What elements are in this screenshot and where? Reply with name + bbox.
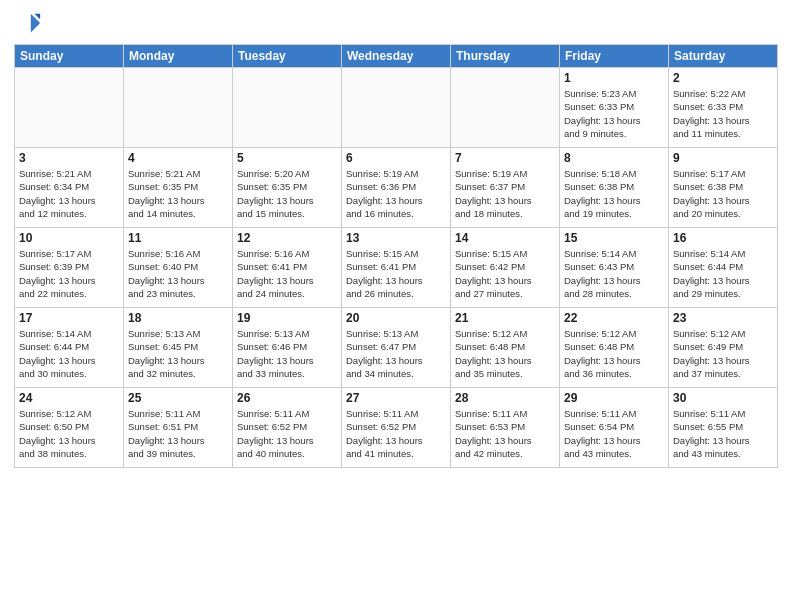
day-number: 19 <box>237 311 337 325</box>
day-number: 24 <box>19 391 119 405</box>
day-info: Sunrise: 5:23 AMSunset: 6:33 PMDaylight:… <box>564 87 664 140</box>
day-cell: 7Sunrise: 5:19 AMSunset: 6:37 PMDaylight… <box>451 148 560 228</box>
weekday-header-saturday: Saturday <box>669 45 778 68</box>
week-row-1: 1Sunrise: 5:23 AMSunset: 6:33 PMDaylight… <box>15 68 778 148</box>
day-cell: 5Sunrise: 5:20 AMSunset: 6:35 PMDaylight… <box>233 148 342 228</box>
day-number: 25 <box>128 391 228 405</box>
day-info: Sunrise: 5:19 AMSunset: 6:36 PMDaylight:… <box>346 167 446 220</box>
day-info: Sunrise: 5:13 AMSunset: 6:47 PMDaylight:… <box>346 327 446 380</box>
day-number: 12 <box>237 231 337 245</box>
day-cell: 15Sunrise: 5:14 AMSunset: 6:43 PMDayligh… <box>560 228 669 308</box>
page: SundayMondayTuesdayWednesdayThursdayFrid… <box>0 0 792 612</box>
day-number: 1 <box>564 71 664 85</box>
day-info: Sunrise: 5:14 AMSunset: 6:43 PMDaylight:… <box>564 247 664 300</box>
weekday-header-tuesday: Tuesday <box>233 45 342 68</box>
day-info: Sunrise: 5:17 AMSunset: 6:38 PMDaylight:… <box>673 167 773 220</box>
day-cell: 22Sunrise: 5:12 AMSunset: 6:48 PMDayligh… <box>560 308 669 388</box>
day-cell: 28Sunrise: 5:11 AMSunset: 6:53 PMDayligh… <box>451 388 560 468</box>
weekday-header-wednesday: Wednesday <box>342 45 451 68</box>
day-cell: 23Sunrise: 5:12 AMSunset: 6:49 PMDayligh… <box>669 308 778 388</box>
day-cell: 21Sunrise: 5:12 AMSunset: 6:48 PMDayligh… <box>451 308 560 388</box>
day-number: 18 <box>128 311 228 325</box>
day-number: 20 <box>346 311 446 325</box>
day-cell: 10Sunrise: 5:17 AMSunset: 6:39 PMDayligh… <box>15 228 124 308</box>
day-number: 9 <box>673 151 773 165</box>
day-cell: 3Sunrise: 5:21 AMSunset: 6:34 PMDaylight… <box>15 148 124 228</box>
day-number: 22 <box>564 311 664 325</box>
day-number: 21 <box>455 311 555 325</box>
day-cell: 9Sunrise: 5:17 AMSunset: 6:38 PMDaylight… <box>669 148 778 228</box>
day-info: Sunrise: 5:15 AMSunset: 6:42 PMDaylight:… <box>455 247 555 300</box>
day-info: Sunrise: 5:11 AMSunset: 6:54 PMDaylight:… <box>564 407 664 460</box>
day-cell: 11Sunrise: 5:16 AMSunset: 6:40 PMDayligh… <box>124 228 233 308</box>
day-info: Sunrise: 5:19 AMSunset: 6:37 PMDaylight:… <box>455 167 555 220</box>
day-cell: 26Sunrise: 5:11 AMSunset: 6:52 PMDayligh… <box>233 388 342 468</box>
day-cell: 12Sunrise: 5:16 AMSunset: 6:41 PMDayligh… <box>233 228 342 308</box>
day-number: 8 <box>564 151 664 165</box>
day-cell <box>342 68 451 148</box>
day-cell: 19Sunrise: 5:13 AMSunset: 6:46 PMDayligh… <box>233 308 342 388</box>
day-cell: 4Sunrise: 5:21 AMSunset: 6:35 PMDaylight… <box>124 148 233 228</box>
day-info: Sunrise: 5:12 AMSunset: 6:49 PMDaylight:… <box>673 327 773 380</box>
calendar-header: SundayMondayTuesdayWednesdayThursdayFrid… <box>15 45 778 68</box>
day-cell: 8Sunrise: 5:18 AMSunset: 6:38 PMDaylight… <box>560 148 669 228</box>
day-info: Sunrise: 5:21 AMSunset: 6:34 PMDaylight:… <box>19 167 119 220</box>
day-info: Sunrise: 5:14 AMSunset: 6:44 PMDaylight:… <box>19 327 119 380</box>
day-cell: 24Sunrise: 5:12 AMSunset: 6:50 PMDayligh… <box>15 388 124 468</box>
week-row-3: 10Sunrise: 5:17 AMSunset: 6:39 PMDayligh… <box>15 228 778 308</box>
day-cell: 6Sunrise: 5:19 AMSunset: 6:36 PMDaylight… <box>342 148 451 228</box>
day-cell: 14Sunrise: 5:15 AMSunset: 6:42 PMDayligh… <box>451 228 560 308</box>
weekday-row: SundayMondayTuesdayWednesdayThursdayFrid… <box>15 45 778 68</box>
day-info: Sunrise: 5:11 AMSunset: 6:53 PMDaylight:… <box>455 407 555 460</box>
logo-icon <box>14 10 42 38</box>
day-cell <box>451 68 560 148</box>
day-number: 14 <box>455 231 555 245</box>
day-number: 4 <box>128 151 228 165</box>
day-info: Sunrise: 5:11 AMSunset: 6:52 PMDaylight:… <box>346 407 446 460</box>
week-row-4: 17Sunrise: 5:14 AMSunset: 6:44 PMDayligh… <box>15 308 778 388</box>
day-number: 10 <box>19 231 119 245</box>
day-number: 29 <box>564 391 664 405</box>
day-number: 26 <box>237 391 337 405</box>
day-info: Sunrise: 5:17 AMSunset: 6:39 PMDaylight:… <box>19 247 119 300</box>
day-number: 7 <box>455 151 555 165</box>
day-info: Sunrise: 5:20 AMSunset: 6:35 PMDaylight:… <box>237 167 337 220</box>
day-info: Sunrise: 5:12 AMSunset: 6:50 PMDaylight:… <box>19 407 119 460</box>
day-info: Sunrise: 5:11 AMSunset: 6:55 PMDaylight:… <box>673 407 773 460</box>
day-cell: 27Sunrise: 5:11 AMSunset: 6:52 PMDayligh… <box>342 388 451 468</box>
day-cell: 20Sunrise: 5:13 AMSunset: 6:47 PMDayligh… <box>342 308 451 388</box>
day-cell: 30Sunrise: 5:11 AMSunset: 6:55 PMDayligh… <box>669 388 778 468</box>
day-info: Sunrise: 5:13 AMSunset: 6:46 PMDaylight:… <box>237 327 337 380</box>
calendar-table: SundayMondayTuesdayWednesdayThursdayFrid… <box>14 44 778 468</box>
day-info: Sunrise: 5:18 AMSunset: 6:38 PMDaylight:… <box>564 167 664 220</box>
day-number: 28 <box>455 391 555 405</box>
day-number: 16 <box>673 231 773 245</box>
day-number: 15 <box>564 231 664 245</box>
day-number: 23 <box>673 311 773 325</box>
day-cell: 13Sunrise: 5:15 AMSunset: 6:41 PMDayligh… <box>342 228 451 308</box>
day-number: 17 <box>19 311 119 325</box>
day-number: 11 <box>128 231 228 245</box>
day-info: Sunrise: 5:16 AMSunset: 6:40 PMDaylight:… <box>128 247 228 300</box>
day-info: Sunrise: 5:21 AMSunset: 6:35 PMDaylight:… <box>128 167 228 220</box>
day-cell: 1Sunrise: 5:23 AMSunset: 6:33 PMDaylight… <box>560 68 669 148</box>
day-number: 3 <box>19 151 119 165</box>
day-cell: 25Sunrise: 5:11 AMSunset: 6:51 PMDayligh… <box>124 388 233 468</box>
day-cell: 18Sunrise: 5:13 AMSunset: 6:45 PMDayligh… <box>124 308 233 388</box>
day-info: Sunrise: 5:22 AMSunset: 6:33 PMDaylight:… <box>673 87 773 140</box>
day-number: 30 <box>673 391 773 405</box>
logo <box>14 10 46 38</box>
calendar-body: 1Sunrise: 5:23 AMSunset: 6:33 PMDaylight… <box>15 68 778 468</box>
weekday-header-monday: Monday <box>124 45 233 68</box>
weekday-header-sunday: Sunday <box>15 45 124 68</box>
day-number: 13 <box>346 231 446 245</box>
day-number: 27 <box>346 391 446 405</box>
day-cell: 2Sunrise: 5:22 AMSunset: 6:33 PMDaylight… <box>669 68 778 148</box>
day-info: Sunrise: 5:13 AMSunset: 6:45 PMDaylight:… <box>128 327 228 380</box>
week-row-5: 24Sunrise: 5:12 AMSunset: 6:50 PMDayligh… <box>15 388 778 468</box>
day-info: Sunrise: 5:14 AMSunset: 6:44 PMDaylight:… <box>673 247 773 300</box>
day-info: Sunrise: 5:16 AMSunset: 6:41 PMDaylight:… <box>237 247 337 300</box>
day-info: Sunrise: 5:12 AMSunset: 6:48 PMDaylight:… <box>455 327 555 380</box>
day-cell <box>15 68 124 148</box>
day-info: Sunrise: 5:11 AMSunset: 6:52 PMDaylight:… <box>237 407 337 460</box>
